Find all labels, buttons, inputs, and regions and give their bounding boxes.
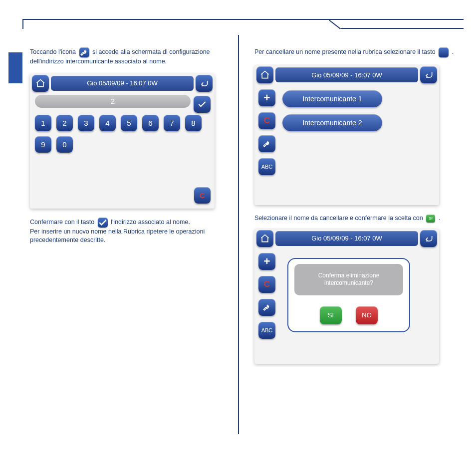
intercom-item-1[interactable]: Intercomunicante 1 (282, 90, 382, 107)
right-para2: Selezionare il nome da cancellare e conf… (254, 214, 459, 223)
screen-title: Gio 05/09/09 - 16:07 0W (275, 231, 418, 246)
key-0[interactable]: 0 (56, 136, 73, 153)
text: Confermare con il tasto (30, 219, 96, 226)
abc-label: ABC (261, 327, 273, 333)
back-button[interactable] (196, 75, 213, 92)
back-button[interactable] (420, 230, 437, 247)
delete-mode-icon (439, 47, 449, 57)
left-intro-text: Toccando l'icona si accede alla schermat… (30, 47, 235, 66)
confirm-button[interactable] (194, 96, 211, 113)
plus-icon: + (264, 91, 270, 104)
abc-button[interactable]: ABC (258, 322, 275, 339)
add-button[interactable]: + (258, 89, 275, 106)
dialog-message: Conferma eliminazione intercomunicante? (294, 264, 403, 295)
key-2[interactable]: 2 (56, 115, 73, 131)
screen-title: Gio 05/09/09 - 16:07 0W (275, 67, 418, 82)
text: . (452, 48, 454, 55)
wrench-icon (79, 47, 89, 57)
key-6[interactable]: 6 (142, 115, 159, 131)
home-button[interactable] (32, 75, 49, 92)
key-7[interactable]: 7 (164, 115, 180, 131)
intercom-list-screen: Gio 05/09/09 - 16:07 0W + C ABC Intercom… (254, 65, 439, 205)
text: . (439, 215, 440, 222)
left-below-text: Confermare con il tasto l'indirizzo asso… (30, 218, 235, 245)
confirm-dialog-screen: Gio 05/09/09 - 16:07 0W + C ABC Conferma… (254, 229, 439, 364)
back-button[interactable] (420, 66, 437, 83)
abc-button[interactable]: ABC (258, 158, 275, 175)
clear-icon: C (264, 279, 270, 289)
home-button[interactable] (256, 230, 273, 247)
si-icon: SI (426, 215, 435, 223)
page-side-tab (8, 52, 22, 83)
dialog-yes-button[interactable]: SI (320, 306, 342, 324)
text: Toccando l'icona (30, 48, 78, 55)
intercom-item-2[interactable]: Intercomunicante 2 (282, 114, 382, 131)
check-icon (98, 218, 108, 228)
address-input[interactable]: 2 (35, 95, 191, 108)
delete-button[interactable]: C (258, 112, 275, 129)
plus-icon: + (264, 255, 270, 268)
clear-icon: C (264, 116, 270, 126)
key-5[interactable]: 5 (121, 115, 137, 131)
text: Selezionare il nome da cancellare e conf… (254, 215, 425, 222)
keypad-screen: Gio 05/09/09 - 16:07 0W 2 1 2 3 4 5 6 7 … (30, 74, 215, 209)
delete-button[interactable]: C (258, 276, 275, 293)
add-button[interactable]: + (258, 253, 275, 270)
page-frame-left-edge (22, 19, 464, 29)
column-divider (238, 35, 239, 434)
screen-title: Gio 05/09/09 - 16:07 0W (51, 76, 194, 91)
key-3[interactable]: 3 (78, 115, 94, 131)
key-1[interactable]: 1 (35, 115, 51, 131)
clear-key[interactable]: C (194, 187, 211, 204)
text: Per cancellare un nome presente nella ru… (254, 48, 437, 55)
key-9[interactable]: 9 (35, 136, 51, 153)
settings-button[interactable] (258, 135, 275, 152)
confirm-dialog: Conferma eliminazione intercomunicante? … (287, 258, 410, 332)
key-8[interactable]: 8 (185, 115, 202, 131)
right-intro-text: Per cancellare un nome presente nella ru… (254, 47, 459, 57)
keypad: 1 2 3 4 5 6 7 8 9 0 (30, 112, 215, 153)
settings-button[interactable] (258, 299, 275, 316)
home-button[interactable] (256, 66, 273, 83)
key-4[interactable]: 4 (99, 115, 116, 131)
abc-label: ABC (261, 164, 273, 170)
dialog-no-button[interactable]: NO (356, 306, 378, 324)
